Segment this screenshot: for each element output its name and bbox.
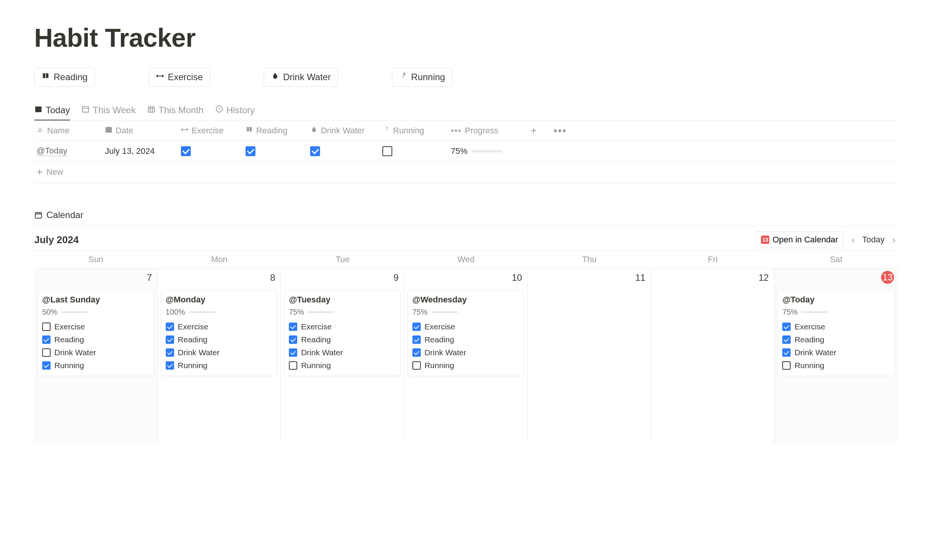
svg-rect-11 <box>187 128 188 130</box>
card-title: @Today <box>782 295 890 305</box>
card-item[interactable]: Running <box>412 359 520 372</box>
item-checkbox[interactable] <box>166 348 174 357</box>
item-checkbox[interactable] <box>42 361 51 370</box>
prev-month-button[interactable]: ‹ <box>849 234 857 246</box>
svg-rect-12 <box>183 129 187 130</box>
col-exercise[interactable]: Exercise <box>179 126 243 136</box>
page-title: Habit Tracker <box>34 23 898 52</box>
card-item[interactable]: Drink Water <box>166 346 273 359</box>
item-checkbox[interactable] <box>412 335 421 344</box>
card-item[interactable]: Drink Water <box>289 346 396 359</box>
item-label: Exercise <box>425 322 455 331</box>
card-item[interactable]: Running <box>166 359 273 372</box>
item-checkbox[interactable] <box>42 348 51 357</box>
day-card[interactable]: @Monday 100% ExerciseReadingDrink WaterR… <box>161 290 278 376</box>
col-label: Date <box>116 126 133 136</box>
cell-name[interactable]: @Today <box>34 146 103 156</box>
item-checkbox[interactable] <box>782 348 791 357</box>
item-checkbox[interactable] <box>42 335 51 344</box>
plus-icon: + <box>531 125 537 137</box>
card-item[interactable]: Running <box>782 359 890 372</box>
item-checkbox[interactable] <box>782 323 791 331</box>
cell-drink-water[interactable] <box>308 146 380 156</box>
card-item[interactable]: Exercise <box>166 320 273 333</box>
next-month-button[interactable]: › <box>890 234 898 246</box>
table-options-button[interactable]: ••• <box>551 125 574 137</box>
card-progress: 75% <box>782 308 890 316</box>
card-item[interactable]: Running <box>42 359 149 372</box>
dow-label: Sat <box>774 251 898 268</box>
card-item[interactable]: Exercise <box>412 320 520 333</box>
calendar-cell[interactable]: 13 @Today 75% ExerciseReadingDrink Water… <box>774 269 898 443</box>
card-item[interactable]: Reading <box>166 333 273 346</box>
col-reading[interactable]: Reading <box>243 126 308 136</box>
habit-button-drink-water[interactable]: Drink Water <box>264 68 338 87</box>
item-checkbox[interactable] <box>289 335 297 344</box>
today-button[interactable]: Today <box>862 235 885 245</box>
item-checkbox[interactable] <box>166 335 174 344</box>
item-checkbox[interactable] <box>782 335 791 344</box>
item-checkbox[interactable] <box>166 323 174 331</box>
cell-exercise[interactable] <box>179 146 243 156</box>
exercise-checkbox[interactable] <box>181 146 191 156</box>
item-checkbox[interactable] <box>412 323 421 331</box>
calendar-cell[interactable]: 12 <box>651 269 775 443</box>
day-card[interactable]: @Today 75% ExerciseReadingDrink WaterRun… <box>777 290 895 376</box>
tab-today[interactable]: Today <box>34 102 70 120</box>
card-item[interactable]: Reading <box>289 333 396 346</box>
card-item[interactable]: Reading <box>782 333 890 346</box>
tab-history[interactable]: History <box>215 102 255 120</box>
running-checkbox[interactable] <box>382 146 392 156</box>
card-item[interactable]: Drink Water <box>782 346 890 359</box>
card-item[interactable]: Running <box>289 359 396 372</box>
reading-checkbox[interactable] <box>246 146 255 156</box>
cell-running[interactable] <box>380 146 449 156</box>
tab-this-month[interactable]: This Month <box>147 102 204 120</box>
cell-reading[interactable] <box>243 146 308 156</box>
calendar-cell[interactable]: 9 @Tuesday 75% ExerciseReadingDrink Wate… <box>281 269 404 443</box>
day-card[interactable]: @Last Sunday 50% ExerciseReadingDrink Wa… <box>37 290 154 376</box>
table-row[interactable]: @TodayJuly 13, 202475% <box>34 141 898 161</box>
item-checkbox[interactable] <box>289 348 297 357</box>
tab-this-week[interactable]: This Week <box>81 102 136 120</box>
item-checkbox[interactable] <box>166 361 174 370</box>
item-checkbox[interactable] <box>289 323 297 331</box>
habit-button-reading[interactable]: Reading <box>34 68 95 87</box>
add-column-button[interactable]: + <box>528 125 551 137</box>
calendar-cell[interactable]: 7 @Last Sunday 50% ExerciseReadingDrink … <box>34 269 158 443</box>
col-drink-water[interactable]: Drink Water <box>308 126 380 136</box>
card-item[interactable]: Exercise <box>42 320 149 333</box>
calendar-label[interactable]: Calendar <box>34 210 898 220</box>
habit-button-exercise[interactable]: Exercise <box>149 68 210 87</box>
card-item[interactable]: Drink Water <box>412 346 520 359</box>
day-card[interactable]: @Tuesday 75% ExerciseReadingDrink WaterR… <box>284 290 401 376</box>
card-item[interactable]: Reading <box>412 333 520 346</box>
col-date[interactable]: Date <box>103 126 179 136</box>
day-number: 10 <box>512 272 522 283</box>
calendar-cell[interactable]: 8 @Monday 100% ExerciseReadingDrink Wate… <box>158 269 281 443</box>
card-item[interactable]: Drink Water <box>42 346 149 359</box>
col-name[interactable]: Name <box>34 126 103 136</box>
calendar-cell[interactable]: 10 @Wednesday 75% ExerciseReadingDrink W… <box>404 269 528 443</box>
cell-date[interactable]: July 13, 2024 <box>103 146 179 156</box>
open-in-calendar-button[interactable]: 13 Open in Calendar <box>755 231 843 248</box>
col-running[interactable]: Running <box>380 126 449 136</box>
item-label: Drink Water <box>54 348 96 357</box>
card-item[interactable]: Reading <box>42 333 149 346</box>
new-row-button[interactable]: + New <box>34 161 898 183</box>
card-item[interactable]: Exercise <box>289 320 396 333</box>
card-item[interactable]: Exercise <box>782 320 890 333</box>
item-checkbox[interactable] <box>289 361 297 370</box>
item-checkbox[interactable] <box>412 361 421 370</box>
col-progress[interactable]: •••Progress <box>449 126 528 136</box>
habit-button-running[interactable]: Running <box>392 68 452 87</box>
item-checkbox[interactable] <box>782 361 791 370</box>
day-card[interactable]: @Wednesday 75% ExerciseReadingDrink Wate… <box>407 290 525 376</box>
card-progress: 75% <box>289 308 396 316</box>
drink-water-checkbox[interactable] <box>310 146 320 156</box>
item-label: Drink Water <box>301 348 343 357</box>
calendar-label-text: Calendar <box>46 210 83 220</box>
calendar-cell[interactable]: 11 <box>528 269 651 443</box>
item-checkbox[interactable] <box>42 323 51 331</box>
item-checkbox[interactable] <box>412 348 421 357</box>
